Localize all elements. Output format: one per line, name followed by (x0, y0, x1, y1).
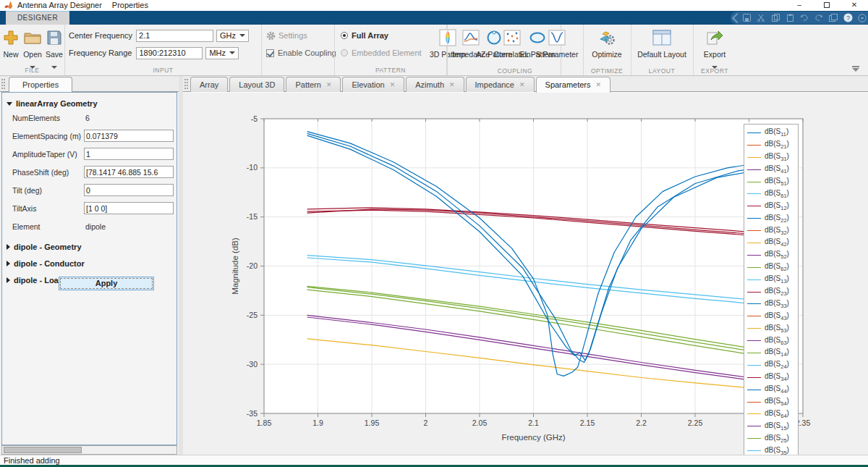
property-section-header[interactable]: linearArray Geometry (2, 93, 176, 109)
new-button[interactable]: New (0, 28, 22, 59)
collapse-ribbon-button[interactable] (851, 66, 861, 73)
legend-line-sample (747, 145, 761, 146)
embedded-element-radio[interactable]: Embedded Element (341, 46, 422, 59)
save-button[interactable]: Save (43, 28, 65, 72)
property-value: dipole (85, 222, 106, 231)
property-row: AmplitudeTaper (V) (2, 146, 176, 164)
full-array-radio[interactable]: Full Array (341, 29, 388, 42)
enable-coupling-checkbox[interactable]: Enable Coupling (266, 46, 336, 59)
legend-entry: dB(S21) (744, 139, 798, 151)
export-dropdown-caret[interactable] (712, 66, 718, 69)
default-layout-button[interactable]: Default Layout (634, 28, 690, 59)
expand-arrow-icon (7, 277, 10, 283)
doc-tab-label: Pattern (295, 78, 320, 92)
property-section-header[interactable]: dipole - Conductor (2, 253, 176, 269)
open-button[interactable]: Open (21, 28, 44, 72)
legend-line-sample (747, 169, 761, 170)
property-row: TiltAxis (2, 200, 176, 218)
property-input[interactable] (84, 166, 174, 178)
s-parameter-button[interactable]: S Parameter (532, 28, 582, 59)
layout-window-icon[interactable] (827, 13, 839, 22)
property-input[interactable] (84, 184, 174, 196)
doc-tab-elevation[interactable]: Elevation✕ (342, 77, 404, 92)
close-icon[interactable]: ✕ (596, 78, 602, 92)
legend-label: dB(S62) (765, 262, 789, 272)
cut-icon[interactable] (755, 13, 767, 22)
property-section-header[interactable]: dipole - Geometry (2, 236, 176, 253)
legend-entry: dB(S15) (744, 420, 798, 432)
radio-icon (341, 49, 348, 56)
legend-label: dB(S41) (765, 164, 789, 174)
customize-toolbar-icon[interactable] (856, 13, 868, 22)
document-tabbar: ArrayLayout 3DPattern✕Elevation✕Azimuth✕… (183, 76, 868, 92)
panel-grip[interactable] (184, 79, 188, 89)
legend-label: dB(S52) (765, 250, 789, 260)
doc-tab-azimuth[interactable]: Azimuth✕ (406, 77, 464, 92)
property-row: Tilt (deg) (2, 182, 176, 200)
settings-button[interactable]: Settings (266, 29, 307, 42)
correlation-button[interactable]: Correlation (489, 28, 535, 59)
legend-label: dB(S63) (765, 336, 789, 346)
impedance-button[interactable]: Impedance (448, 28, 493, 59)
correlation-icon (489, 28, 535, 48)
ribbon-toolbar: New Open Save FILE Center Frequency GHz (0, 25, 868, 76)
legend-label: dB(S34) (765, 372, 789, 382)
property-input[interactable] (84, 130, 174, 142)
section-title: dipole - Conductor (14, 259, 85, 268)
help-icon[interactable]: ? (842, 13, 854, 22)
legend-label: dB(S53) (765, 324, 789, 334)
doc-tab-impedance[interactable]: Impedance✕ (466, 77, 535, 92)
properties-body: linearArray GeometryNumElements6ElementS… (2, 93, 176, 286)
frequency-range-unit-dropdown[interactable]: MHz (205, 47, 239, 59)
section-label-pattern: PATTERN (335, 67, 446, 74)
legend-label: dB(S21) (765, 140, 789, 150)
properties-hscrollbar[interactable] (1, 445, 177, 455)
frequency-range-label: Frequency Range (69, 49, 132, 57)
legend-line-sample (747, 255, 761, 256)
open-icon (21, 28, 44, 48)
section-input: Center Frequency GHz Frequency Range MHz… (65, 25, 262, 75)
maximize-icon (824, 2, 830, 8)
window-title: Antenna Array DesignerProperties (17, 1, 148, 9)
paste-icon[interactable] (784, 13, 796, 22)
export-button[interactable]: Export (696, 28, 733, 72)
doc-tab-array[interactable]: Array (190, 77, 228, 92)
svg-text:2: 2 (424, 418, 428, 427)
apply-button[interactable]: Apply (59, 277, 154, 290)
doc-tab-label: Impedance (475, 78, 514, 92)
frequency-range-input[interactable] (136, 47, 203, 59)
center-frequency-input[interactable] (136, 30, 213, 42)
center-frequency-unit-dropdown[interactable]: GHz (216, 30, 249, 42)
legend-entry: dB(S23) (744, 286, 798, 298)
chart-legend: dB(S11)dB(S21)dB(S31)dB(S41)dB(S51)dB(S6… (744, 124, 799, 455)
property-input[interactable] (84, 148, 174, 160)
copy-icon[interactable] (770, 13, 781, 22)
save-icon[interactable] (741, 13, 752, 22)
close-icon[interactable]: ✕ (449, 78, 455, 92)
section-file: New Open Save FILE (0, 25, 65, 75)
tab-properties[interactable]: Properties (9, 77, 72, 92)
close-icon[interactable]: ✕ (390, 78, 396, 92)
minimize-button[interactable]: – (786, 0, 813, 11)
legend-line-sample (747, 292, 761, 293)
svg-text:2.05: 2.05 (472, 418, 488, 427)
redo-icon[interactable] (813, 13, 825, 22)
tab-designer[interactable]: DESIGNER (6, 11, 69, 25)
legend-entry: dB(S35) (744, 445, 798, 455)
legend-label: dB(S25) (765, 434, 789, 444)
property-input[interactable] (84, 202, 174, 214)
scrollbar-thumb[interactable] (4, 447, 82, 453)
svg-text:2.2: 2.2 (636, 418, 647, 427)
doc-tab-layout-3d[interactable]: Layout 3D (229, 77, 284, 92)
legend-label: dB(S61) (765, 189, 789, 199)
panel-grip[interactable] (1, 79, 5, 89)
doc-tab-sparameters[interactable]: Sparameters✕ (536, 77, 611, 93)
maximize-button[interactable] (813, 0, 841, 11)
close-icon[interactable]: ✕ (326, 78, 332, 92)
close-icon[interactable]: ✕ (519, 78, 525, 92)
properties-tabbar: Properties (0, 76, 179, 92)
optimize-button[interactable]: Optimize (586, 28, 628, 59)
doc-tab-pattern[interactable]: Pattern✕ (286, 77, 341, 92)
close-button[interactable]: ✕ (841, 0, 868, 11)
undo-icon[interactable] (799, 13, 810, 22)
